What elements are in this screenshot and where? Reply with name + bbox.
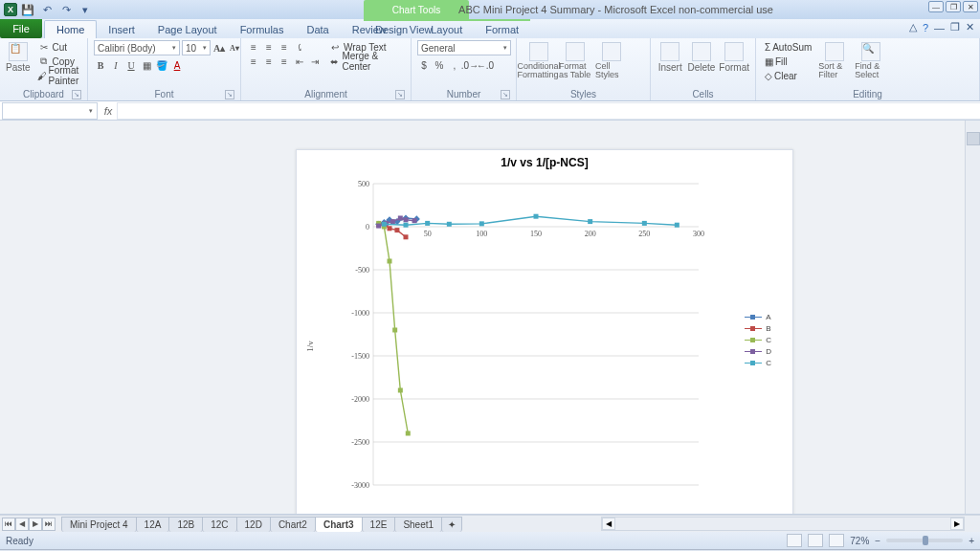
file-tab[interactable]: File: [0, 19, 42, 38]
scroll-left-icon[interactable]: ◀: [602, 518, 615, 530]
comma-icon[interactable]: ,: [448, 58, 461, 72]
align-middle-icon[interactable]: ≡: [262, 40, 276, 54]
tab-insert[interactable]: Insert: [97, 21, 146, 38]
currency-icon[interactable]: $: [417, 58, 431, 72]
format-as-table-button[interactable]: Format as Table: [559, 40, 591, 79]
font-name-select[interactable]: Calibri (Body)▾: [94, 40, 180, 55]
inc-decimal-icon[interactable]: .0→: [463, 58, 477, 72]
legend-item[interactable]: D: [745, 347, 771, 356]
indent-inc-icon[interactable]: ⇥: [308, 55, 322, 68]
zoom-slider[interactable]: [886, 539, 963, 542]
legend-item[interactable]: A: [745, 313, 771, 321]
font-size-select[interactable]: 10▾: [182, 40, 211, 55]
delete-cells-button[interactable]: Delete: [687, 40, 715, 73]
dec-decimal-icon[interactable]: ←.0: [479, 58, 492, 72]
number-launcher-icon[interactable]: ↘: [501, 90, 510, 99]
sheet-tab-chart2[interactable]: Chart2: [270, 517, 316, 532]
sheet-tab-12e[interactable]: 12E: [362, 517, 396, 532]
chart-legend[interactable]: ABCDC: [745, 313, 771, 370]
font-launcher-icon[interactable]: ↘: [225, 90, 234, 99]
fill-button[interactable]: ▦ Fill: [762, 55, 814, 68]
nav-first-icon[interactable]: ⏮: [2, 518, 15, 531]
window-close2-icon[interactable]: ✕: [966, 21, 974, 33]
vertical-scrollbar[interactable]: [965, 121, 980, 514]
border-button[interactable]: ▦: [140, 58, 153, 72]
name-box[interactable]: ▾: [2, 102, 98, 120]
insert-cells-button[interactable]: Insert: [657, 40, 683, 73]
align-right-icon[interactable]: ≡: [278, 55, 291, 68]
bold-button[interactable]: B: [94, 58, 107, 72]
new-sheet-button[interactable]: ✦: [441, 517, 462, 532]
number-format-select[interactable]: General▾: [417, 40, 511, 55]
scroll-right-icon[interactable]: ▶: [950, 518, 964, 530]
font-color-button[interactable]: A: [170, 58, 184, 72]
window-min2-icon[interactable]: —: [934, 22, 945, 33]
chart-plot[interactable]: 50100150200250300 5000-500-1000-1500-200…: [345, 179, 708, 514]
conditional-formatting-button[interactable]: Conditional Formatting: [523, 40, 555, 79]
zoom-out-icon[interactable]: −: [875, 536, 880, 546]
tab-page-layout[interactable]: Page Layout: [146, 21, 229, 38]
qat-dropdown-icon[interactable]: ▾: [77, 2, 94, 17]
align-left-icon[interactable]: ≡: [247, 55, 260, 68]
tab-formulas[interactable]: Formulas: [229, 21, 296, 38]
restore-button[interactable]: ❐: [946, 1, 961, 12]
format-cells-button[interactable]: Format: [719, 40, 749, 73]
clipboard-launcher-icon[interactable]: ↘: [72, 90, 81, 99]
cell-styles-button[interactable]: Cell Styles: [595, 40, 628, 79]
window-rest2-icon[interactable]: ❐: [950, 21, 960, 33]
alignment-launcher-icon[interactable]: ↘: [395, 90, 405, 99]
sheet-tab-12b[interactable]: 12B: [168, 517, 203, 532]
view-normal-icon[interactable]: [787, 534, 802, 547]
chart-object[interactable]: 1/v vs 1/[p-NCS] 1/v 50100150200250300 5…: [296, 149, 793, 515]
minimize-button[interactable]: —: [928, 1, 944, 12]
find-select-button[interactable]: 🔍Find & Select: [855, 40, 887, 79]
tab-data[interactable]: Data: [295, 21, 340, 38]
scrollbar-thumb[interactable]: [967, 132, 980, 145]
grow-font-icon[interactable]: A▴: [212, 41, 226, 55]
horizontal-scrollbar[interactable]: ◀ ▶: [601, 517, 965, 531]
format-painter-button[interactable]: 🖌Format Painter: [34, 69, 86, 82]
nav-last-icon[interactable]: ⏭: [42, 518, 56, 531]
tab-layout[interactable]: Layout: [419, 19, 474, 38]
clear-button[interactable]: ◇ Clear: [762, 69, 814, 82]
paste-button[interactable]: 📋 Paste: [6, 40, 31, 73]
sheet-tab-12c[interactable]: 12C: [202, 517, 236, 532]
fx-icon[interactable]: fx: [100, 105, 117, 117]
chart-title[interactable]: 1/v vs 1/[p-NCS]: [297, 150, 792, 175]
sheet-tab-mini-project-4[interactable]: Mini Project 4: [61, 517, 137, 532]
help-icon[interactable]: ?: [923, 22, 928, 33]
tab-format[interactable]: Format: [474, 19, 530, 38]
shrink-font-icon[interactable]: A▾: [228, 41, 241, 55]
merge-center-button[interactable]: ⬌Merge & Center: [325, 55, 405, 68]
align-bottom-icon[interactable]: ≡: [278, 40, 291, 54]
nav-prev-icon[interactable]: ◀: [15, 518, 29, 531]
tab-design[interactable]: Design: [364, 19, 419, 38]
align-center-icon[interactable]: ≡: [262, 55, 276, 68]
zoom-in-icon[interactable]: +: [969, 536, 974, 546]
legend-item[interactable]: C: [745, 359, 771, 367]
orientation-icon[interactable]: ⤹: [293, 40, 306, 54]
sheet-tab-chart3[interactable]: Chart3: [315, 517, 363, 532]
y-axis-label[interactable]: 1/v: [305, 341, 315, 352]
formula-input[interactable]: [117, 102, 980, 120]
legend-item[interactable]: B: [745, 324, 771, 333]
align-top-icon[interactable]: ≡: [247, 40, 260, 54]
undo-icon[interactable]: ↶: [38, 2, 56, 17]
redo-icon[interactable]: ↷: [57, 2, 75, 17]
fill-color-button[interactable]: 🪣: [155, 58, 168, 72]
nav-next-icon[interactable]: ▶: [29, 518, 42, 531]
sheet-tab-12a[interactable]: 12A: [136, 517, 170, 532]
view-pagebreak-icon[interactable]: [829, 534, 844, 547]
zoom-value[interactable]: 72%: [850, 536, 869, 546]
autosum-button[interactable]: Σ AutoSum: [762, 40, 814, 54]
italic-button[interactable]: I: [109, 58, 122, 72]
tab-home[interactable]: Home: [44, 20, 97, 38]
sort-filter-button[interactable]: Sort & Filter: [818, 40, 851, 79]
save-icon[interactable]: 💾: [19, 2, 36, 17]
close-button[interactable]: ✕: [963, 1, 978, 12]
legend-item[interactable]: C: [745, 336, 771, 344]
view-layout-icon[interactable]: [808, 534, 823, 547]
zoom-thumb[interactable]: [923, 536, 928, 545]
sheet-tab-sheet1[interactable]: Sheet1: [394, 517, 442, 532]
cut-button[interactable]: ✂Cut: [34, 40, 86, 54]
